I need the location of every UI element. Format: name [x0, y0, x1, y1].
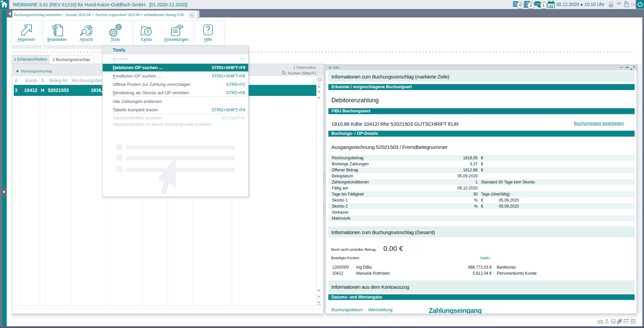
svg-text:53: 53	[549, 4, 553, 8]
